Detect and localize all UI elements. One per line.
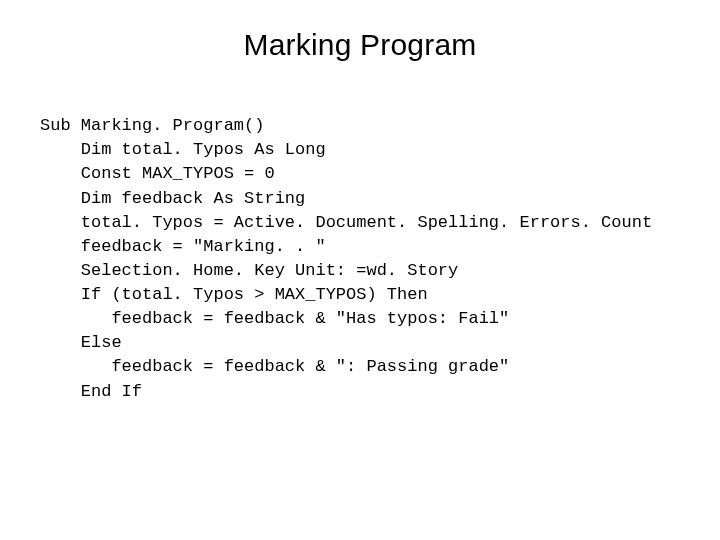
code-line: Dim total. Typos As Long xyxy=(40,140,326,159)
code-line: feedback = feedback & ": Passing grade" xyxy=(40,357,509,376)
code-line: End If xyxy=(40,382,142,401)
code-line: Const MAX_TYPOS = 0 xyxy=(40,164,275,183)
code-line: If (total. Typos > MAX_TYPOS) Then xyxy=(40,285,428,304)
code-line: Dim feedback As String xyxy=(40,189,305,208)
code-line: feedback = feedback & "Has typos: Fail" xyxy=(40,309,509,328)
slide-title: Marking Program xyxy=(40,28,680,62)
code-line: total. Typos = Active. Document. Spellin… xyxy=(40,213,652,232)
slide: Marking Program Sub Marking. Program() D… xyxy=(0,0,720,540)
code-block: Sub Marking. Program() Dim total. Typos … xyxy=(40,90,680,404)
code-line: Else xyxy=(40,333,122,352)
code-line: Selection. Home. Key Unit: =wd. Story xyxy=(40,261,458,280)
code-line: feedback = "Marking. . " xyxy=(40,237,326,256)
code-line: Sub Marking. Program() xyxy=(40,116,264,135)
